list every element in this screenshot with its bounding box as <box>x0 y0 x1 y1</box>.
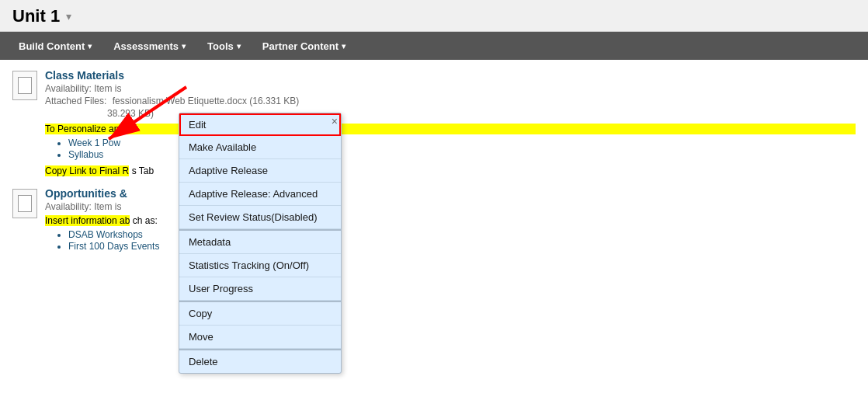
class-materials-availability: Availability: Item is <box>45 83 856 94</box>
class-materials-content: Class Materials Availability: Item is At… <box>45 69 856 176</box>
page-header: Unit 1 ▾ <box>0 0 868 32</box>
opportunities-availability: Availability: Item is <box>45 201 856 212</box>
opp-doc-icon-inner <box>18 195 32 212</box>
context-menu-adaptive-release-advanced[interactable]: Adaptive Release: Advanced <box>179 183 341 206</box>
personalize-text: To Personalize and <box>45 124 856 134</box>
context-menu-user-progress[interactable]: User Progress <box>179 277 341 301</box>
navbar: Build Content ▾ Assessments ▾ Tools ▾ Pa… <box>0 32 868 60</box>
context-menu-delete[interactable]: Delete <box>179 349 341 373</box>
nav-partner-content[interactable]: Partner Content ▾ <box>252 32 356 60</box>
context-menu-close-icon[interactable]: × <box>332 116 338 127</box>
assessments-arrow: ▾ <box>182 42 186 50</box>
context-menu-move[interactable]: Move <box>179 326 341 349</box>
title-dropdown-icon[interactable]: ▾ <box>66 10 71 23</box>
context-menu-copy[interactable]: Copy <box>179 301 341 326</box>
tools-arrow: ▾ <box>237 42 241 50</box>
partner-content-arrow: ▾ <box>342 42 345 50</box>
copy-link-text[interactable]: Copy Link to Final R <box>45 165 129 176</box>
class-materials-icon <box>12 71 37 100</box>
context-menu-edit[interactable]: Edit <box>179 113 341 136</box>
context-menu: × Edit Make Available Adaptive Release A… <box>179 113 342 374</box>
class-materials-attached: Attached Files: fessionalism Web Etiquet… <box>45 96 856 106</box>
context-menu-set-review-status[interactable]: Set Review Status(Disabled) <box>179 206 341 229</box>
opportunities-title[interactable]: Opportunities & <box>45 187 856 200</box>
nav-tools[interactable]: Tools ▾ <box>196 32 252 60</box>
attached-file1[interactable]: fessionalism Web Etiquette.docx (16.331 … <box>113 96 300 106</box>
nav-build-content[interactable]: Build Content ▾ <box>8 32 102 60</box>
class-materials-title[interactable]: Class Materials <box>45 69 856 82</box>
context-menu-statistics-tracking[interactable]: Statistics Tracking (On/Off) <box>179 254 341 277</box>
resources-tab-text: s Tab <box>132 165 154 176</box>
insert-info-text: Insert information ab ch as: <box>45 215 856 226</box>
build-content-arrow: ▾ <box>88 42 92 50</box>
context-menu-make-available[interactable]: Make Available <box>179 136 341 159</box>
class-materials-item: Class Materials Availability: Item is At… <box>12 69 856 176</box>
page-title: Unit 1 <box>12 6 60 26</box>
context-menu-adaptive-release[interactable]: Adaptive Release <box>179 159 341 183</box>
opportunities-item: Opportunities & Availability: Item is In… <box>12 187 856 252</box>
opportunities-content: Opportunities & Availability: Item is In… <box>45 187 856 252</box>
context-menu-metadata[interactable]: Metadata <box>179 229 341 254</box>
doc-icon-inner <box>18 77 32 94</box>
nav-assessments[interactable]: Assessments ▾ <box>102 32 196 60</box>
opportunities-icon <box>12 189 37 218</box>
main-content: Class Materials Availability: Item is At… <box>0 60 868 268</box>
